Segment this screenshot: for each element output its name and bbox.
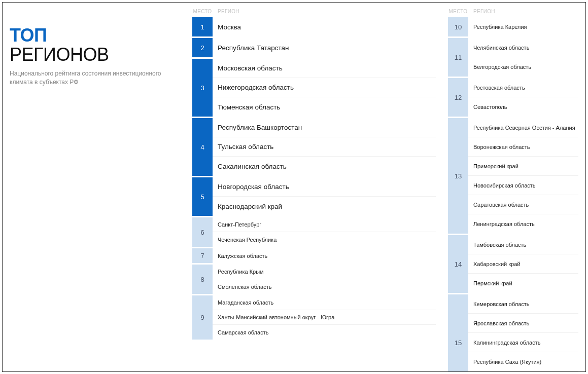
header-region: РЕГИОН: [213, 9, 239, 14]
column-header: МЕСТО РЕГИОН: [448, 9, 578, 17]
rank-group: 3Московская областьНижегородская область…: [192, 59, 436, 117]
regions-cell: Москва: [213, 17, 436, 36]
region-row: Кемеровская область: [468, 294, 578, 314]
region-row: Севастополь: [468, 97, 578, 117]
region-row: Республика Саха (Якутия): [468, 352, 578, 371]
rank-cell: 9: [192, 295, 213, 340]
regions-cell: Тамбовская областьХабаровский крайПермск…: [468, 235, 578, 293]
region-row: Тульская область: [213, 137, 436, 157]
region-row: Ярославская область: [468, 314, 578, 333]
ranking-column-left: МЕСТО РЕГИОН 1Москва2Республика Татарста…: [192, 9, 436, 365]
rank-group: 14Тамбовская областьХабаровский крайПерм…: [448, 235, 578, 293]
regions-cell: Челябинская областьБелгородская область: [468, 38, 578, 77]
region-row: Липецкая область: [468, 371, 578, 372]
region-row: Тюменская область: [213, 97, 436, 117]
regions-cell: Республика Северная Осетия - АланияВорон…: [468, 118, 578, 234]
rank-group: 11Челябинская областьБелгородская област…: [448, 38, 578, 77]
region-row: Белгородская область: [468, 57, 578, 77]
region-row: Новгородская область: [213, 177, 436, 197]
column-header: МЕСТО РЕГИОН: [192, 9, 436, 17]
rank-group: 9Магаданская областьХанты-Мансийский авт…: [192, 295, 436, 340]
region-row: Калужская область: [213, 248, 436, 263]
regions-cell: Санкт-ПетербургЧеченская Республика: [213, 217, 436, 247]
title-panel: ТОП РЕГИОНОВ Национального рейтинга сост…: [10, 9, 182, 365]
rank-group: 7Калужская область: [192, 248, 436, 263]
region-row: Республика Татарстан: [213, 38, 436, 57]
region-row: Республика Северная Осетия - Алания: [468, 118, 578, 137]
region-row: Хабаровский край: [468, 254, 578, 274]
regions-cell: Калужская область: [213, 248, 436, 263]
rank-cell: 5: [192, 177, 213, 216]
rank-cell: 3: [192, 59, 213, 117]
regions-cell: Республика Карелия: [468, 17, 578, 36]
region-row: Нижегородская область: [213, 78, 436, 97]
region-row: Ханты-Мансийский автономный округ - Югра: [213, 310, 436, 325]
region-row: Ленинградская область: [468, 214, 578, 234]
region-row: Челябинская область: [468, 38, 578, 57]
region-row: Чеченская Республика: [213, 232, 436, 247]
ranking-column-right: МЕСТО РЕГИОН 10Республика Карелия11Челяб…: [448, 9, 578, 365]
regions-cell: Республика БашкортостанТульская областьС…: [213, 118, 436, 176]
ranking-container: ТОП РЕГИОНОВ Национального рейтинга сост…: [2, 2, 586, 372]
rank-cell: 11: [448, 38, 468, 77]
subtitle: Национального рейтинга состояния инвести…: [10, 69, 182, 87]
regions-cell: Новгородская областьКраснодарский край: [213, 177, 436, 216]
rank-cell: 13: [448, 118, 468, 234]
region-row: Москва: [213, 17, 436, 36]
regions-cell: Ростовская областьСевастополь: [468, 78, 578, 117]
rank-group: 4Республика БашкортостанТульская область…: [192, 118, 436, 176]
rank-cell: 7: [192, 248, 213, 263]
regions-cell: Московская областьНижегородская областьТ…: [213, 59, 436, 117]
region-row: Московская область: [213, 59, 436, 78]
region-row: Республика Башкортостан: [213, 118, 436, 137]
region-row: Воронежская область: [468, 137, 578, 157]
rank-group: 12Ростовская областьСевастополь: [448, 78, 578, 117]
rank-group: 2Республика Татарстан: [192, 38, 436, 57]
header-rank: МЕСТО: [192, 9, 213, 14]
rank-cell: 15: [448, 294, 468, 372]
region-row: Республика Карелия: [468, 17, 578, 36]
rank-group: 15Кемеровская областьЯрославская область…: [448, 294, 578, 372]
rank-group: 5Новгородская областьКраснодарский край: [192, 177, 436, 216]
rank-group: 10Республика Карелия: [448, 17, 578, 36]
rank-cell: 4: [192, 118, 213, 176]
rank-group: 6Санкт-ПетербургЧеченская Республика: [192, 217, 436, 247]
rank-group: 8Республика КрымСмоленская область: [192, 265, 436, 294]
title-bottom: РЕГИОНОВ: [10, 44, 182, 65]
region-row: Магаданская область: [213, 295, 436, 310]
rank-cell: 2: [192, 38, 213, 57]
rank-cell: 8: [192, 265, 213, 294]
region-row: Ростовская область: [468, 78, 578, 97]
ranking-columns: МЕСТО РЕГИОН 1Москва2Республика Татарста…: [192, 9, 578, 365]
region-row: Смоленская область: [213, 279, 436, 294]
header-region: РЕГИОН: [468, 9, 495, 14]
region-row: Самарская область: [213, 325, 436, 340]
region-row: Санкт-Петербург: [213, 217, 436, 232]
rank-cell: 12: [448, 78, 468, 117]
region-row: Саратовская область: [468, 195, 578, 214]
regions-cell: Республика Татарстан: [213, 38, 436, 57]
regions-cell: Республика КрымСмоленская область: [213, 265, 436, 294]
region-row: Тамбовская область: [468, 235, 578, 254]
title-top: ТОП: [10, 25, 182, 46]
rank-group: 13Республика Северная Осетия - АланияВор…: [448, 118, 578, 234]
header-rank: МЕСТО: [448, 9, 468, 14]
rank-cell: 14: [448, 235, 468, 293]
region-row: Калининградская область: [468, 333, 578, 352]
rank-cell: 1: [192, 17, 213, 36]
region-row: Новосибирская область: [468, 176, 578, 195]
region-row: Пермский край: [468, 274, 578, 293]
regions-cell: Кемеровская областьЯрославская областьКа…: [468, 294, 578, 372]
rank-cell: 10: [448, 17, 468, 36]
region-row: Краснодарский край: [213, 197, 436, 216]
region-row: Республика Крым: [213, 265, 436, 279]
rank-group: 1Москва: [192, 17, 436, 36]
rank-cell: 6: [192, 217, 213, 247]
region-row: Приморский край: [468, 157, 578, 176]
regions-cell: Магаданская областьХанты-Мансийский авто…: [213, 295, 436, 340]
region-row: Сахалинская область: [213, 157, 436, 176]
